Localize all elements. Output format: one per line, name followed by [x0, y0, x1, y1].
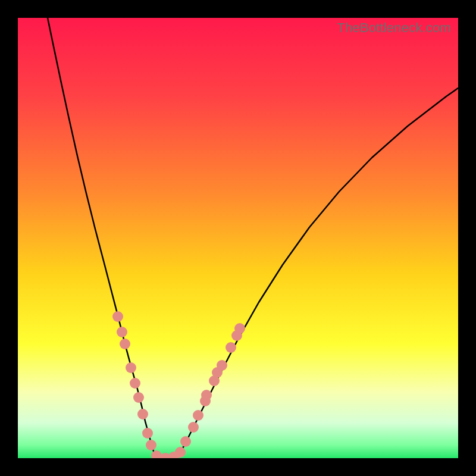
- curve-layer: [18, 18, 458, 458]
- data-dot: [133, 392, 144, 403]
- watermark-text: TheBottleneck.com: [337, 20, 451, 36]
- data-dot: [234, 323, 245, 334]
- data-dot: [130, 378, 140, 389]
- data-dot: [126, 362, 136, 373]
- data-dot: [226, 342, 236, 353]
- data-dot: [120, 339, 130, 349]
- data-dot: [188, 422, 199, 433]
- data-dot: [180, 436, 191, 447]
- bottleneck-curve: [48, 18, 458, 458]
- data-dot: [212, 367, 223, 378]
- data-dot: [117, 327, 127, 337]
- chart-frame: TheBottleneck.com: [0, 0, 476, 476]
- plot-area: TheBottleneck.com: [18, 18, 458, 458]
- data-dot: [175, 447, 186, 458]
- data-dot: [137, 409, 148, 419]
- data-dot: [112, 311, 123, 322]
- data-dot: [146, 440, 156, 450]
- data-dot: [193, 410, 203, 421]
- data-dot: [201, 390, 212, 400]
- data-dot: [142, 428, 153, 439]
